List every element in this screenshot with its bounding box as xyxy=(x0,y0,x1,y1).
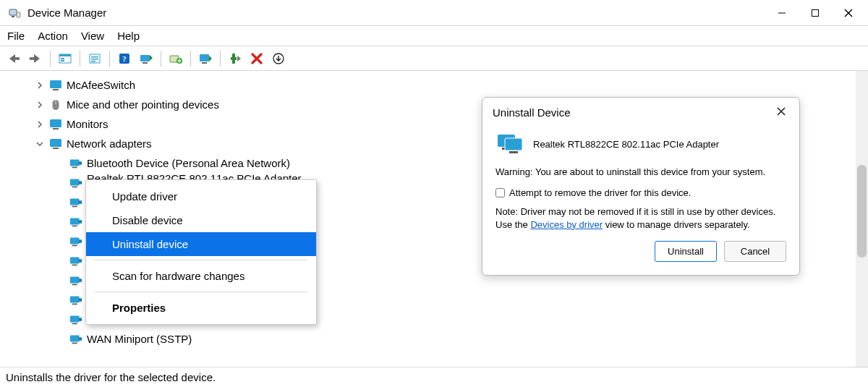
down-arrow-button[interactable] xyxy=(269,49,288,68)
toolbar-separator xyxy=(161,51,161,67)
svg-rect-0 xyxy=(9,9,17,15)
uninstall-device-button[interactable] xyxy=(247,49,266,68)
context-menu-item[interactable]: Uninstall device xyxy=(86,232,316,256)
menu-action[interactable]: Action xyxy=(38,30,68,42)
remove-driver-label: Attempt to remove the driver for this de… xyxy=(509,187,691,198)
tree-node-label: Network adapters xyxy=(67,137,152,150)
svg-rect-16 xyxy=(91,61,95,62)
svg-rect-24 xyxy=(202,62,207,64)
context-menu-separator xyxy=(95,260,307,260)
forward-button[interactable] xyxy=(26,49,45,68)
svg-rect-4 xyxy=(812,9,819,16)
netcard-icon xyxy=(69,314,82,326)
netcard-icon xyxy=(69,177,82,189)
netcard-icon xyxy=(69,294,82,306)
devices-by-driver-link[interactable]: Devices by driver xyxy=(530,219,603,230)
context-menu-item[interactable]: Update driver xyxy=(86,184,316,208)
title-bar: Device Manager xyxy=(0,0,868,26)
tree-node-label: Monitors xyxy=(67,118,109,130)
netcard-icon xyxy=(69,197,82,208)
show-hide-tree-button[interactable] xyxy=(56,49,75,68)
svg-rect-7 xyxy=(14,57,20,60)
tree-node[interactable]: WAN Miniport (SSTP) xyxy=(14,329,868,349)
mouse-icon xyxy=(49,99,62,111)
expand-icon[interactable] xyxy=(35,121,45,128)
menu-help[interactable]: Help xyxy=(117,30,140,42)
status-bar: Uninstalls the driver for the selected d… xyxy=(0,367,868,387)
toolbar-separator xyxy=(220,51,221,67)
scan-hardware-button[interactable] xyxy=(137,49,156,68)
menu-file[interactable]: File xyxy=(7,30,25,42)
remove-driver-checkbox[interactable] xyxy=(495,188,505,197)
context-menu-item[interactable]: Disable device xyxy=(86,208,316,232)
back-button[interactable] xyxy=(4,49,23,68)
dialog-note: Note: Driver may not be removed if it is… xyxy=(495,205,786,231)
tree-node-label: Mice and other pointing devices xyxy=(67,98,219,111)
dialog-warning: Warning: You are about to uninstall this… xyxy=(495,166,786,177)
netcard-icon xyxy=(69,275,82,286)
context-menu: Update driverDisable deviceUninstall dev… xyxy=(85,179,317,325)
svg-rect-2 xyxy=(17,12,20,17)
tree-node-label: McAfeeSwitch xyxy=(67,79,135,91)
remove-driver-checkbox-row[interactable]: Attempt to remove the driver for this de… xyxy=(495,187,786,198)
tree-node-label: Bluetooth Device (Personal Area Network) xyxy=(87,157,290,169)
disable-device-button[interactable] xyxy=(226,49,244,68)
window-controls xyxy=(765,1,865,25)
netcard-icon xyxy=(69,216,82,228)
dialog-title: Uninstall Device xyxy=(493,106,773,119)
svg-rect-19 xyxy=(140,55,150,61)
svg-rect-12 xyxy=(61,60,64,61)
expand-icon[interactable] xyxy=(35,101,45,109)
scrollbar-thumb[interactable] xyxy=(857,165,867,258)
toolbar-separator xyxy=(50,51,51,67)
netcard-icon xyxy=(69,236,82,247)
menu-bar: File Action View Help xyxy=(0,26,868,46)
help-button[interactable]: ? xyxy=(115,49,134,68)
enable-device-button[interactable] xyxy=(196,49,215,68)
dialog-device-icon xyxy=(495,132,524,156)
svg-rect-31 xyxy=(509,151,518,153)
netcard-icon xyxy=(69,255,82,267)
uninstall-dialog: Uninstall Device Realtek RTL8822CE 802.1… xyxy=(482,97,800,276)
expand-icon[interactable] xyxy=(35,82,45,89)
minimize-button[interactable] xyxy=(765,1,799,25)
cancel-button[interactable]: Cancel xyxy=(724,241,786,262)
context-menu-item[interactable]: Properties xyxy=(86,296,316,320)
menu-view[interactable]: View xyxy=(81,30,104,42)
status-text: Uninstalls the driver for the selected d… xyxy=(6,371,216,383)
netcard-icon xyxy=(69,158,82,169)
window-title: Device Manager xyxy=(27,7,765,19)
tree-node-label: WAN Miniport (SSTP) xyxy=(87,333,192,345)
svg-rect-30 xyxy=(505,138,522,150)
svg-rect-11 xyxy=(61,58,64,59)
monitor-icon xyxy=(49,80,62,91)
maximize-button[interactable] xyxy=(799,1,832,25)
dialog-device-name: Realtek RTL8822CE 802.11ac PCIe Adapter xyxy=(533,139,786,150)
svg-rect-10 xyxy=(59,54,71,56)
vertical-scrollbar[interactable] xyxy=(856,71,868,367)
device-tree-panel: McAfeeSwitchMice and other pointing devi… xyxy=(0,71,868,367)
uninstall-button[interactable]: Uninstall xyxy=(655,241,717,262)
toolbar-separator xyxy=(80,51,80,67)
toolbar: ? xyxy=(0,46,868,71)
context-menu-item[interactable]: Scan for hardware changes xyxy=(86,264,316,288)
svg-rect-1 xyxy=(12,16,14,17)
svg-text:?: ? xyxy=(122,54,127,63)
properties-button[interactable] xyxy=(85,49,104,68)
svg-rect-14 xyxy=(91,56,98,58)
app-icon xyxy=(7,6,22,20)
monitor-icon xyxy=(49,119,62,130)
toolbar-separator xyxy=(109,51,110,67)
close-button[interactable] xyxy=(832,1,865,25)
toolbar-separator xyxy=(190,51,191,67)
context-menu-separator xyxy=(95,292,307,292)
netcard-icon xyxy=(69,333,82,345)
svg-rect-15 xyxy=(91,59,98,60)
tree-node[interactable]: McAfeeSwitch xyxy=(14,75,868,95)
svg-rect-8 xyxy=(30,57,35,60)
svg-rect-23 xyxy=(200,54,209,61)
collapse-icon[interactable] xyxy=(35,140,45,148)
dialog-close-button[interactable] xyxy=(773,105,789,120)
monitor-icon xyxy=(49,138,62,150)
update-driver-button[interactable] xyxy=(166,49,185,68)
